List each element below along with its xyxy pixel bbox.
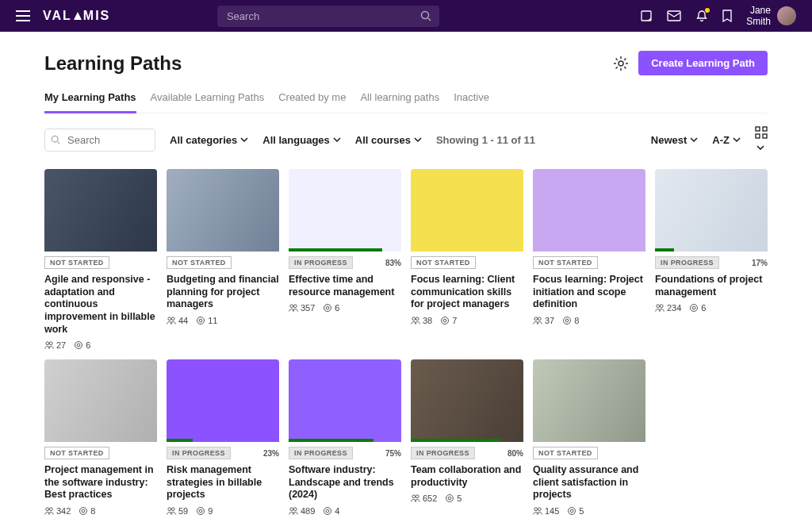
status-badge: NOT STARTED — [167, 256, 232, 269]
learning-path-card[interactable]: NOT STARTEDBudgeting and financial plann… — [167, 169, 279, 350]
card-title: Budgeting and financial planning for pro… — [167, 274, 279, 311]
courses-stat: 6 — [323, 303, 339, 313]
learners-icon — [655, 303, 665, 313]
card-image — [44, 169, 157, 252]
title-row: Learning Paths Create Learning Path — [44, 51, 768, 75]
card-image — [289, 169, 401, 252]
svg-rect-6 — [763, 127, 767, 131]
learning-path-card[interactable]: NOT STARTEDFocus learning: Project initi… — [533, 169, 645, 350]
chevron-down-icon — [333, 137, 341, 142]
title-actions: Create Learning Path — [613, 51, 768, 75]
learning-path-card[interactable]: NOT STARTEDAgile and responsive - adapta… — [44, 169, 157, 350]
learners-icon — [411, 316, 420, 325]
sort-az[interactable]: A-Z — [712, 134, 741, 146]
learning-path-card[interactable]: NOT STARTEDProject management in the sof… — [44, 359, 157, 516]
svg-point-29 — [657, 305, 660, 308]
sort-newest[interactable]: Newest — [651, 134, 699, 146]
note-icon[interactable] — [640, 10, 653, 22]
svg-point-25 — [534, 317, 538, 321]
courses-icon — [562, 316, 572, 325]
logo[interactable]: VALMIS — [43, 9, 110, 23]
bell-icon[interactable] — [695, 10, 708, 22]
filter-languages[interactable]: All languages — [262, 134, 341, 146]
progress-pct: 83% — [385, 259, 401, 267]
tab-available[interactable]: Available Learning Paths — [151, 85, 265, 113]
search-icon — [51, 135, 60, 144]
svg-point-44 — [326, 509, 329, 513]
filter-courses[interactable]: All courses — [355, 134, 422, 146]
learners-stat: 342 — [44, 506, 71, 516]
progress-bar — [411, 439, 501, 442]
status-row: NOT STARTED — [533, 447, 645, 459]
status-badge: IN PROGRESS — [289, 447, 353, 459]
card-stats: 3428 — [44, 506, 157, 516]
status-row: NOT STARTED — [44, 256, 157, 269]
learning-path-card[interactable]: NOT STARTEDQuality assurance and client … — [533, 359, 645, 516]
svg-rect-2 — [668, 11, 680, 21]
card-title: Foundations of project management — [655, 274, 768, 298]
learners-stat: 27 — [44, 340, 66, 350]
card-stats: 378 — [533, 316, 645, 325]
status-badge: IN PROGRESS — [655, 256, 719, 269]
header-actions: Jane Smith — [640, 5, 796, 28]
mail-icon[interactable] — [667, 10, 681, 21]
card-title: Risk management strategies in billable p… — [167, 464, 279, 501]
card-stats: 1455 — [533, 506, 645, 516]
learning-path-card[interactable]: IN PROGRESS75%Software industry: Landsca… — [289, 359, 401, 516]
card-image — [167, 359, 279, 442]
status-row: NOT STARTED — [167, 256, 279, 269]
svg-point-52 — [570, 509, 573, 513]
svg-point-31 — [691, 305, 698, 312]
learning-path-card[interactable]: IN PROGRESS80%Team collaboration and pro… — [411, 359, 523, 516]
status-badge: NOT STARTED — [533, 256, 598, 269]
progress-bar — [289, 248, 382, 252]
create-learning-path-button[interactable]: Create Learning Path — [638, 51, 768, 75]
learners-stat: 38 — [411, 316, 432, 325]
tab-all[interactable]: All learning paths — [360, 85, 439, 113]
learning-path-card[interactable]: IN PROGRESS23%Risk management strategies… — [167, 359, 279, 516]
status-row: NOT STARTED — [44, 447, 157, 459]
chevron-down-icon — [733, 137, 741, 142]
learners-stat: 489 — [289, 506, 315, 516]
learners-stat: 37 — [533, 316, 554, 325]
courses-stat: 8 — [562, 316, 579, 325]
filter-right: Newest A-Z — [651, 126, 768, 153]
svg-point-32 — [692, 306, 695, 309]
gear-icon[interactable] — [613, 56, 629, 71]
status-row: NOT STARTED — [411, 256, 523, 269]
progress-pct: 75% — [385, 449, 401, 458]
learners-stat: 652 — [411, 494, 437, 503]
bookmark-icon[interactable] — [722, 10, 732, 22]
courses-stat: 8 — [79, 506, 95, 516]
hamburger-icon[interactable] — [16, 10, 30, 21]
user-menu[interactable]: Jane Smith — [746, 5, 796, 28]
learners-icon — [533, 506, 542, 516]
card-image — [411, 169, 523, 252]
notification-dot — [705, 8, 710, 13]
app-header: VALMIS Jane Smith — [0, 0, 812, 32]
filter-search-input[interactable] — [44, 129, 155, 152]
learners-stat: 357 — [289, 303, 315, 313]
learning-path-card[interactable]: IN PROGRESS17%Foundations of project man… — [655, 169, 768, 350]
svg-point-34 — [49, 508, 52, 511]
tab-inactive[interactable]: Inactive — [454, 85, 489, 113]
search-input[interactable] — [217, 6, 439, 27]
status-badge: NOT STARTED — [44, 447, 109, 459]
status-badge: IN PROGRESS — [411, 447, 475, 459]
learners-stat: 44 — [167, 316, 188, 325]
filter-categories[interactable]: All categories — [170, 134, 248, 146]
svg-point-20 — [326, 306, 329, 309]
courses-stat: 9 — [196, 506, 213, 516]
tab-created-by-me[interactable]: Created by me — [278, 85, 346, 113]
card-stats: 4411 — [167, 316, 279, 325]
card-stats: 276 — [44, 340, 157, 350]
view-toggle[interactable] — [755, 126, 768, 153]
learning-path-card[interactable]: IN PROGRESS83%Effective time and resourc… — [289, 169, 401, 350]
learning-path-card[interactable]: NOT STARTEDFocus learning: Client commun… — [411, 169, 523, 350]
avatar — [777, 6, 796, 25]
tab-my-learning-paths[interactable]: My Learning Paths — [44, 85, 136, 113]
chevron-down-icon — [756, 145, 764, 150]
card-title: Effective time and resource management — [289, 274, 401, 298]
status-badge: IN PROGRESS — [167, 447, 231, 459]
courses-stat: 5 — [567, 506, 584, 516]
